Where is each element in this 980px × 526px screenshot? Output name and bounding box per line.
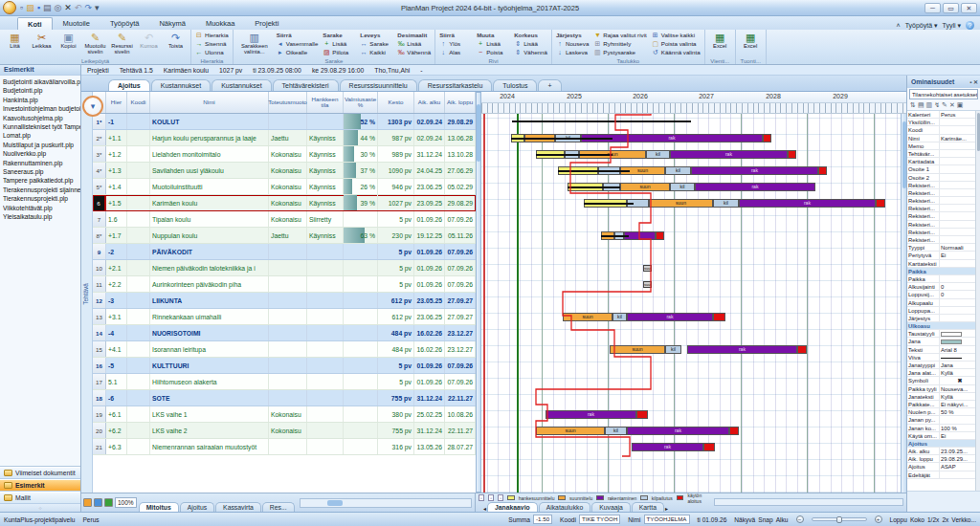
table-row[interactable]: 8*+1.7Nuppulan kouluJaettuKäynniss63 %23… xyxy=(93,228,476,244)
property-row[interactable]: PeriytyväEi xyxy=(907,252,980,259)
gantt-bar-segment[interactable]: kil xyxy=(665,345,681,354)
property-row[interactable]: Janan py... xyxy=(907,416,980,424)
sidebar-file[interactable]: Tampere paikkatiedot.plp xyxy=(3,176,80,185)
gantt-bar-segment[interactable]: suun xyxy=(643,281,652,288)
property-row[interactable]: Jana alat...Kyllä xyxy=(907,369,980,377)
property-row[interactable]: Aik. alku23.09.25... xyxy=(907,448,980,455)
ribbon-item[interactable]: +Lisää xyxy=(321,39,357,48)
open-folder-icon[interactable]: ▨ xyxy=(26,4,34,12)
property-row[interactable]: Rekisteri... xyxy=(907,205,980,212)
status-item[interactable]: 2x xyxy=(942,516,948,523)
ribbon-item[interactable]: →Sisennä xyxy=(193,39,231,48)
property-row[interactable]: Karttadata xyxy=(907,158,980,165)
preview-icon[interactable]: ◎ xyxy=(54,4,61,12)
gantt-tabs-left-arrow[interactable]: ◂ xyxy=(483,505,486,512)
sidebar-file[interactable]: Kunnallistekniset työt Tampe xyxy=(3,122,80,131)
sidebar-button-esimerkit[interactable]: Esimerkit xyxy=(0,479,80,492)
gantt-bar-segment[interactable]: kil xyxy=(713,199,739,208)
gantt-view-tab[interactable]: Aikataulukko xyxy=(539,502,591,512)
desktop-dropdown[interactable]: Työpöytä ▾ xyxy=(905,22,938,30)
column-header[interactable]: Koodi xyxy=(127,92,150,113)
sidebar-file[interactable]: Saneeraus.plp xyxy=(3,167,80,176)
property-row[interactable]: Rekisteri... xyxy=(907,236,980,244)
ribbon-item[interactable]: ⊟Hierarkia xyxy=(193,31,231,39)
ribbon-item[interactable]: ▥Pystysarake xyxy=(591,48,648,56)
property-row[interactable]: Rekisteri... xyxy=(907,212,980,220)
gantt-bar-segment[interactable]: suun xyxy=(643,265,652,272)
gantt-bar-segment[interactable]: rak xyxy=(695,183,815,191)
ribbon-item[interactable]: ▨Piilota xyxy=(321,48,357,56)
property-row[interactable]: Jana xyxy=(907,338,980,345)
sort-icon[interactable]: ⇅ xyxy=(910,101,916,109)
column-header[interactable]: Hier xyxy=(106,92,127,113)
sidebar-file[interactable]: Tierakennusprojekti.plp xyxy=(3,194,80,203)
table-row[interactable]: 15+4.1Isorannan leiritupa484 pv16.02.262… xyxy=(93,341,476,358)
table-sheet-tab[interactable]: Mitoitus xyxy=(139,502,179,512)
property-row[interactable]: KalenteriPerus xyxy=(907,111,980,119)
status-item[interactable]: Alku xyxy=(776,516,789,523)
ribbon-item[interactable]: ⊞Valitse kaikki xyxy=(650,31,702,39)
categorize-icon[interactable]: ▤ xyxy=(918,101,924,109)
property-row[interactable]: Aik. loppu29.08.29... xyxy=(907,455,980,463)
properties-scrollbar[interactable] xyxy=(975,111,980,491)
column-header[interactable]: Hankkeen tila xyxy=(307,92,344,113)
status-item[interactable]: Loppu xyxy=(890,516,907,523)
ribbon-item[interactable]: ←Ulonna xyxy=(193,48,231,56)
sidebar-file[interactable]: Tierakennusprojekti sijainne xyxy=(3,186,80,194)
view-tab[interactable]: Kustannukset xyxy=(212,79,271,91)
table-row[interactable]: 16-5KULTTUURI5 pv01.09.2607.09.26 xyxy=(93,358,476,374)
property-row[interactable]: Osoite 1 xyxy=(907,165,980,173)
gantt-bar-segment[interactable]: kil xyxy=(605,427,627,435)
table-row[interactable]: 175.1Hiihtomuseon alakerta5 pv01.09.2607… xyxy=(93,374,476,390)
status-item[interactable]: Snap xyxy=(758,516,772,523)
ribbon-tab-muokkaa[interactable]: Muokkaa xyxy=(196,17,244,30)
property-row[interactable]: Alkupaalu xyxy=(907,299,980,307)
table-row[interactable]: 12-3LIIKUNTA612 pv23.05.2527.09.27 xyxy=(93,293,476,309)
gantt-vertical-scrollbar[interactable] xyxy=(901,114,906,493)
gantt-bar-segment[interactable]: rak xyxy=(632,443,703,451)
property-row[interactable]: Rekisteri... xyxy=(907,197,980,205)
table-row[interactable]: 10+2.1Niemen päiväkodin talotekniikka ja… xyxy=(93,260,476,276)
sidebar-button-viimeiset-dokumentit[interactable]: Viimeiset dokumentit xyxy=(0,467,80,479)
ribbon-button[interactable]: ▦Liitä xyxy=(2,31,28,57)
ribbon-button[interactable]: ✎Muotoilu sivelin xyxy=(82,31,108,57)
column-header[interactable]: Kesto xyxy=(378,92,414,113)
column-header[interactable]: Valmiusaste % xyxy=(344,92,378,113)
property-row[interactable]: Loppupa... xyxy=(907,307,980,315)
minimize-button[interactable]: ─ xyxy=(924,3,941,13)
table-row[interactable]: 20+6.2LKS vaihe 2Kokonaisu755 pv31.12.24… xyxy=(93,423,476,439)
status-item[interactable]: Koko xyxy=(910,516,924,523)
check-icon[interactable] xyxy=(104,498,113,507)
ribbon-item[interactable]: −Poista xyxy=(475,48,511,56)
panel-pin-icon[interactable]: ▪ ✕ xyxy=(969,78,978,85)
property-row[interactable]: Paikkate...Ei näkyvi... xyxy=(907,401,980,408)
column-header[interactable]: Nimi xyxy=(150,92,269,113)
highlight-icon[interactable] xyxy=(83,498,92,507)
property-row[interactable]: Loppusij...0 xyxy=(907,291,980,298)
gantt-view-tab[interactable]: Kuvaaja xyxy=(591,502,631,512)
gantt-bar-segment[interactable] xyxy=(729,427,739,435)
table-row[interactable]: 5*+1.4MuotoiluinstituuttiKokonaisuKäynni… xyxy=(93,179,476,195)
ribbon-item[interactable]: ↓Laskeva xyxy=(554,48,590,56)
flash-icon[interactable]: ↯ xyxy=(934,101,940,109)
gantt-bar-segment[interactable] xyxy=(788,150,796,159)
ribbon-item[interactable]: ↓Alas xyxy=(437,48,474,56)
gantt-bar-segment[interactable] xyxy=(656,231,664,240)
gantt-bar-segment[interactable]: rak xyxy=(691,166,818,175)
table-row[interactable]: 4*+1.3Savilahden uusi yläkouluKokonaisuK… xyxy=(93,163,476,179)
table-row[interactable]: 2*+1.1Harjun koulu perusparannus ja laaj… xyxy=(93,130,476,146)
ribbon-item[interactable]: ‰Lisää xyxy=(395,39,433,48)
clock-logo-icon[interactable]: ▾ xyxy=(82,96,103,117)
property-row[interactable]: TekstiArial 8 xyxy=(907,346,980,354)
table-row[interactable]: 1*-1KOULUT52 %1303 pv02.09.2429.08.29 xyxy=(93,114,476,130)
ribbon-item[interactable]: ◂Vasemmalle xyxy=(275,39,321,48)
new-document-icon[interactable]: ▫ xyxy=(20,4,23,12)
table-row[interactable]: 18-6SOTE755 pv31.12.2422.11.27 xyxy=(93,390,476,406)
property-row[interactable]: Symboli✖ xyxy=(907,377,980,384)
view-tab[interactable]: Resurssitarkastelu xyxy=(418,79,493,91)
sidebar-file[interactable]: Investointiohjelman budjetoi xyxy=(3,104,80,113)
print-icon[interactable]: ▤ xyxy=(43,4,52,12)
timescale-slider[interactable] xyxy=(812,517,867,521)
gantt-bar-segment[interactable]: suun xyxy=(610,345,665,354)
property-row[interactable]: Janan ko...100 % xyxy=(907,425,980,432)
